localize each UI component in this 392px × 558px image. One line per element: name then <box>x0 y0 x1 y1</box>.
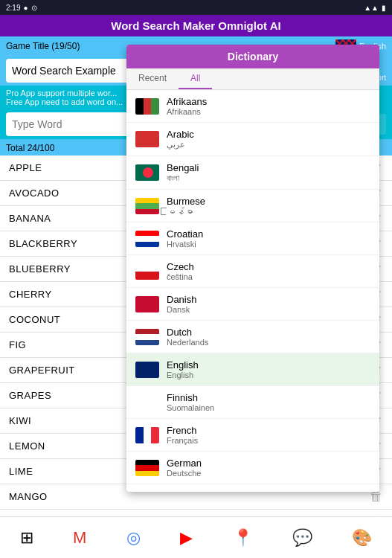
language-info: DutchNederlands <box>167 327 208 347</box>
language-name: Danish <box>167 294 196 305</box>
language-info: EnglishEnglish <box>167 359 199 379</box>
language-info: DanishDansk <box>167 294 196 314</box>
word-text: COCONUT <box>9 314 60 325</box>
word-text: KIWI <box>9 415 31 426</box>
word-text: BLUEBERRY <box>9 263 71 275</box>
word-text: MANGO <box>9 491 48 502</box>
language-flag-icon <box>135 460 159 476</box>
language-name: Croatian <box>167 228 203 240</box>
language-item[interactable]: FrenchFrançais <box>126 419 379 452</box>
status-left: 2:19 ● ⊙ <box>6 4 37 12</box>
language-name: Burmese <box>167 196 205 207</box>
language-item[interactable]: GermanDeutsche <box>126 452 379 484</box>
language-native-name: Dansk <box>167 305 196 314</box>
language-name: English <box>167 359 199 371</box>
language-flag-icon <box>135 263 159 280</box>
language-native-name: Nederlands <box>167 338 208 347</box>
language-info: FinnishSuomalainen <box>167 392 214 412</box>
language-flag-icon <box>135 362 159 378</box>
language-info: Arabicعربي <box>167 129 194 150</box>
language-item[interactable]: FinnishSuomalainen <box>126 386 379 419</box>
language-native-name: မြန်မာ <box>167 207 205 216</box>
wifi-icon: ⊙ <box>31 4 37 12</box>
language-name: Bengali <box>167 162 199 173</box>
language-item[interactable]: Arabicعربي <box>126 123 379 156</box>
dictionary-header: Dictionary <box>126 45 379 68</box>
language-name: French <box>167 425 198 436</box>
language-name: German <box>167 458 202 469</box>
nav-maps-icon[interactable]: 📍 <box>233 528 253 548</box>
language-info: GermanDeutsche <box>167 458 202 478</box>
language-native-name: عربي <box>167 140 194 150</box>
status-bar: 2:19 ● ⊙ ▲▲ ▮ <box>0 0 392 15</box>
language-item[interactable]: Bengaliবাংলা <box>126 156 379 190</box>
language-item[interactable]: AfrikaansAfrikaans <box>126 90 379 123</box>
language-name: Finnish <box>167 392 214 403</box>
language-item[interactable]: EnglishEnglish <box>126 353 379 386</box>
language-info: FrenchFrançais <box>167 425 198 445</box>
word-text: BANANA <box>9 213 51 224</box>
language-name: Arabic <box>167 129 194 140</box>
language-native-name: Hrvatski <box>167 240 203 248</box>
language-info: AfrikaansAfrikaans <box>167 96 207 116</box>
dictionary-overlay: Dictionary Recent All AfrikaansAfrikaans… <box>126 45 379 492</box>
language-flag-icon <box>135 296 159 312</box>
language-item[interactable]: Czechčeština <box>126 255 379 288</box>
language-info: Burmeseမြန်မာ <box>167 196 205 216</box>
tab-recent[interactable]: Recent <box>126 68 179 89</box>
language-flag-icon <box>135 98 159 115</box>
language-native-name: čeština <box>167 272 194 281</box>
nav-photos-icon[interactable]: 🎨 <box>352 528 372 548</box>
dictionary-tabs: Recent All <box>126 68 379 90</box>
app-title: Word Search Maker Omniglot AI <box>111 19 280 32</box>
nav-mail-icon[interactable]: M <box>73 528 86 548</box>
language-flag-icon <box>135 427 159 443</box>
battery-icon: ▮ <box>382 4 386 12</box>
word-text: FIG <box>9 339 26 350</box>
language-name: Afrikaans <box>167 96 207 107</box>
language-flag-icon <box>135 329 159 345</box>
language-native-name: Afrikaans <box>167 107 207 116</box>
bottom-navigation: ⊞ M ◎ ▶ 📍 💬 🎨 <box>0 516 392 558</box>
language-flag-icon <box>135 394 159 411</box>
time: 2:19 <box>6 4 20 12</box>
app-header: Word Search Maker Omniglot AI <box>0 15 392 36</box>
language-name: Greek <box>167 490 199 492</box>
language-native-name: English <box>167 371 199 379</box>
language-name: Dutch <box>167 327 208 338</box>
word-text: CHERRY <box>9 289 52 300</box>
language-flag-icon <box>135 131 159 147</box>
language-item[interactable]: CroatianHrvatski <box>126 222 379 255</box>
language-native-name: বাংলা <box>167 173 199 183</box>
language-info: Czechčeština <box>167 261 194 281</box>
language-item[interactable]: DutchNederlands <box>126 321 379 353</box>
language-name: Czech <box>167 261 194 272</box>
language-item[interactable]: Burmeseမြန်မာ <box>126 190 379 222</box>
nav-grid-icon[interactable]: ⊞ <box>20 528 33 548</box>
language-info: Bengaliবাংলা <box>167 162 199 183</box>
tab-all[interactable]: All <box>179 68 212 89</box>
word-text: BLACKBERRY <box>9 238 77 249</box>
wifi-status-icon: ▲▲ <box>364 4 379 12</box>
nav-messages-icon[interactable]: 💬 <box>292 528 312 548</box>
dictionary-title: Dictionary <box>228 51 278 62</box>
language-info: CroatianHrvatski <box>167 228 203 248</box>
language-item[interactable]: DanishDansk <box>126 288 379 321</box>
language-flag-icon <box>135 198 159 214</box>
language-flag-icon <box>135 231 159 247</box>
signal-icon: ● <box>23 4 28 12</box>
language-info: GreekΕλληνικά <box>167 490 199 492</box>
status-right: ▲▲ ▮ <box>364 4 386 12</box>
game-title-label: Game Title (19/50) <box>6 41 80 51</box>
word-text: GRAPEFRUIT <box>9 365 75 376</box>
word-text: APPLE <box>9 162 42 173</box>
word-text: AVOCADO <box>9 187 60 199</box>
language-item[interactable]: GreekΕλληνικά <box>126 484 379 492</box>
nav-youtube-icon[interactable]: ▶ <box>180 528 193 548</box>
word-text: LIME <box>9 466 33 477</box>
language-flag-icon <box>135 164 159 181</box>
language-native-name: Suomalainen <box>167 403 214 412</box>
nav-chrome-icon[interactable]: ◎ <box>126 528 141 548</box>
language-native-name: Deutsche <box>167 469 202 478</box>
language-native-name: Français <box>167 436 198 445</box>
